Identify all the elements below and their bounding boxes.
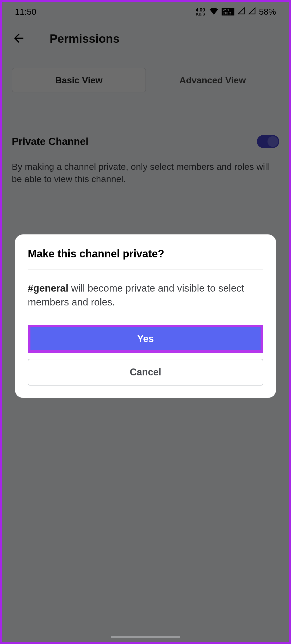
dialog-actions: Yes Cancel: [28, 325, 263, 386]
yes-button-label: Yes: [137, 333, 154, 344]
cancel-button-label: Cancel: [130, 367, 161, 378]
dialog-body: #general will become private and visible…: [28, 270, 263, 309]
yes-button[interactable]: Yes: [30, 327, 261, 350]
cancel-button[interactable]: Cancel: [28, 359, 263, 386]
yes-highlight: Yes: [28, 325, 263, 353]
home-indicator[interactable]: [111, 636, 180, 638]
make-private-dialog: Make this channel private? #general will…: [15, 234, 276, 398]
dialog-channel-name: #general: [28, 283, 68, 294]
dialog-title: Make this channel private?: [28, 248, 263, 270]
